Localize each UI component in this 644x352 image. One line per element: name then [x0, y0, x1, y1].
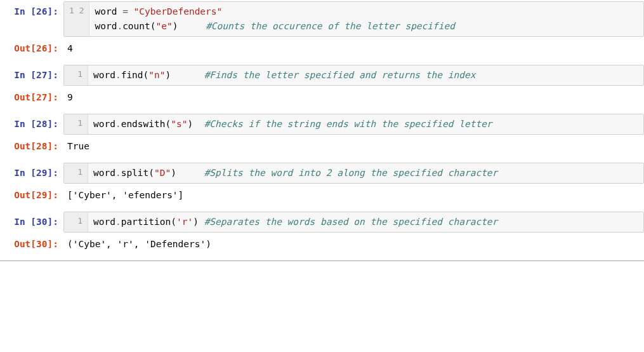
code-line[interactable]: word.split("D") #Splits the word into 2 … — [93, 166, 638, 180]
output-cell: Out[29]:['Cyber', 'efenders'] — [0, 185, 644, 203]
token-op: = — [122, 6, 128, 17]
out-prompt: Out[29]: — [0, 185, 63, 203]
token-comment: #Splits the word into 2 along the specif… — [204, 168, 498, 178]
cell-group: In [26]:1 2word = "CyberDefenders"word.c… — [0, 1, 644, 56]
token-paren: ( — [148, 168, 154, 178]
token-call: split — [121, 168, 149, 178]
token-txt — [176, 168, 204, 178]
in-prompt: In [27]: — [0, 65, 63, 83]
code-lines[interactable]: word.endswith("s") #Checks if the string… — [88, 114, 643, 134]
code-area[interactable]: 1 2word = "CyberDefenders"word.count("e"… — [63, 1, 644, 37]
out-prompt: Out[26]: — [0, 38, 63, 56]
token-call: find — [121, 70, 143, 80]
code-line[interactable]: word.partition('r') #Separates the words… — [93, 215, 638, 229]
output-text: 9 — [63, 87, 644, 105]
token-comment: #Finds the letter specified and returns … — [204, 70, 476, 80]
out-prompt-label: Out[30]: — [14, 239, 58, 249]
out-prompt-label: Out[29]: — [14, 190, 58, 200]
code-area[interactable]: 1word.find("n") #Finds the letter specif… — [63, 65, 644, 86]
out-prompt: Out[30]: — [0, 234, 63, 252]
line-gutter: 1 — [64, 65, 88, 85]
cell-group: In [27]:1word.find("n") #Finds the lette… — [0, 65, 644, 105]
line-gutter: 1 — [64, 114, 88, 134]
input-cell: In [28]:1word.endswith("s") #Checks if t… — [0, 114, 644, 135]
token-paren: ( — [150, 21, 156, 31]
code-lines[interactable]: word = "CyberDefenders"word.count("e") #… — [89, 2, 643, 36]
token-op: . — [115, 70, 121, 80]
code-area[interactable]: 1word.partition('r') #Separates the word… — [63, 212, 644, 233]
output-text: ('Cybe', 'r', 'Defenders') — [63, 234, 644, 252]
out-prompt-label: Out[27]: — [14, 92, 58, 102]
token-paren: ) — [193, 217, 199, 227]
token-txt — [178, 21, 206, 31]
output-text: True — [63, 136, 644, 154]
code-line[interactable]: word.count("e") #Counts the occurence of… — [95, 19, 638, 34]
token-call: count — [122, 21, 150, 31]
token-paren: ( — [171, 217, 176, 227]
code-area[interactable]: 1word.endswith("s") #Checks if the strin… — [63, 114, 644, 135]
line-gutter: 1 — [64, 163, 88, 183]
input-cell: In [30]:1word.partition('r') #Separates … — [0, 212, 644, 233]
output-cell: Out[26]:4 — [0, 38, 644, 56]
token-var: word — [93, 119, 115, 129]
token-comment: #Checks if the string ends with the spec… — [204, 119, 498, 129]
token-txt — [128, 6, 134, 17]
cell-group: In [30]:1word.partition('r') #Separates … — [0, 212, 644, 252]
token-paren: ) — [171, 168, 176, 178]
token-txt — [117, 6, 122, 17]
token-str: "n" — [148, 70, 165, 80]
token-str: "e" — [156, 21, 173, 31]
in-prompt: In [26]: — [0, 1, 63, 19]
token-txt — [199, 217, 204, 227]
token-call: partition — [121, 217, 171, 227]
code-lines[interactable]: word.find("n") #Finds the letter specifi… — [88, 65, 643, 85]
token-txt — [193, 119, 204, 129]
output-cell: Out[28]:True — [0, 136, 644, 154]
token-op: . — [117, 21, 122, 31]
out-prompt: Out[28]: — [0, 136, 63, 154]
code-lines[interactable]: word.partition('r') #Separates the words… — [88, 212, 643, 232]
token-op: . — [115, 119, 121, 129]
token-var: word — [93, 70, 115, 80]
input-cell: In [27]:1word.find("n") #Finds the lette… — [0, 65, 644, 86]
output-cell: Out[30]:('Cybe', 'r', 'Defenders') — [0, 234, 644, 252]
in-prompt-label: In [27]: — [14, 70, 58, 80]
in-prompt: In [28]: — [0, 114, 63, 132]
token-txt — [171, 70, 204, 80]
cell-group: In [28]:1word.endswith("s") #Checks if t… — [0, 114, 644, 154]
in-prompt-label: In [30]: — [14, 217, 58, 227]
in-prompt-label: In [29]: — [14, 168, 58, 178]
code-area[interactable]: 1word.split("D") #Splits the word into 2… — [63, 163, 644, 184]
token-var: word — [93, 217, 115, 227]
token-paren: ) — [166, 70, 171, 80]
output-text: 4 — [63, 38, 644, 56]
input-cell: In [26]:1 2word = "CyberDefenders"word.c… — [0, 1, 644, 37]
code-line[interactable]: word.endswith("s") #Checks if the string… — [93, 117, 638, 132]
token-comment: #Separates the words based on the specif… — [204, 217, 498, 227]
token-op: . — [115, 217, 121, 227]
in-prompt: In [30]: — [0, 212, 63, 229]
out-prompt-label: Out[28]: — [14, 141, 58, 151]
token-str: "CyberDefenders" — [134, 6, 223, 17]
code-line[interactable]: word.find("n") #Finds the letter specifi… — [93, 68, 638, 83]
line-gutter: 1 — [64, 212, 88, 232]
token-comment: #Counts the occurence of the letter spec… — [206, 21, 455, 31]
token-str: "s" — [171, 119, 187, 129]
notebook-container: In [26]:1 2word = "CyberDefenders"word.c… — [0, 0, 644, 261]
token-paren: ( — [166, 119, 171, 129]
token-op: . — [115, 168, 121, 178]
code-line[interactable]: word = "CyberDefenders" — [95, 4, 638, 19]
token-paren: ( — [143, 70, 149, 80]
token-str: 'r' — [176, 217, 193, 227]
output-cell: Out[27]:9 — [0, 87, 644, 105]
token-str: "D" — [154, 168, 171, 178]
in-prompt-label: In [28]: — [14, 119, 58, 129]
token-var: word — [95, 21, 117, 31]
token-paren: ) — [187, 119, 193, 129]
cell-group: In [29]:1word.split("D") #Splits the wor… — [0, 163, 644, 203]
line-gutter: 1 2 — [64, 2, 89, 36]
code-lines[interactable]: word.split("D") #Splits the word into 2 … — [88, 163, 643, 183]
token-var: word — [95, 6, 117, 17]
in-prompt: In [29]: — [0, 163, 63, 180]
output-text: ['Cyber', 'efenders'] — [63, 185, 644, 203]
